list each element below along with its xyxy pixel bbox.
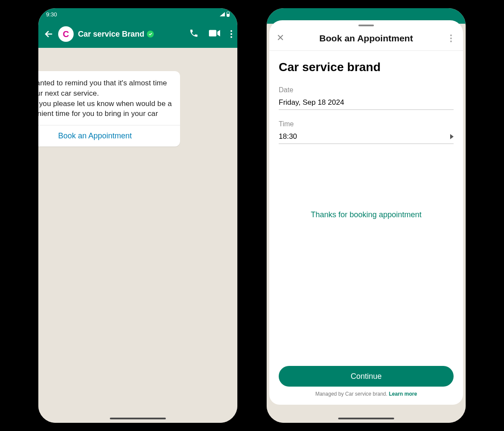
home-indicator	[338, 418, 394, 419]
verified-icon	[147, 31, 154, 37]
time-field: Time 18:30	[279, 120, 454, 144]
header-actions	[189, 28, 232, 40]
managed-by-text: Managed by Car service brand. Learn more	[279, 391, 454, 397]
book-appointment-button[interactable]: Book an Appointment	[37, 125, 172, 147]
message-bubble: We wanted to remind you that it's almost…	[37, 71, 180, 147]
message-text: We wanted to remind you that it's almost…	[37, 78, 172, 119]
continue-button[interactable]: Continue	[279, 366, 454, 387]
close-icon[interactable]	[276, 33, 286, 44]
booking-phone: Book an Appointment Car service brand Da…	[265, 6, 467, 425]
managed-by-prefix: Managed by Car service brand.	[315, 391, 389, 397]
avatar-letter: C	[63, 29, 69, 39]
learn-more-link[interactable]: Learn more	[389, 391, 417, 397]
sheet-handle[interactable]	[358, 25, 374, 26]
sheet-header: Book an Appointment	[269, 29, 463, 51]
time-label: Time	[279, 120, 454, 128]
svg-rect-0	[209, 30, 216, 36]
video-call-icon[interactable]	[209, 28, 220, 40]
date-field: Date Friday, Sep 18 2024	[279, 86, 454, 110]
booking-sheet: Book an Appointment Car service brand Da…	[269, 20, 463, 405]
chat-header: C Car service Brand	[38, 20, 237, 48]
signal-icon	[220, 12, 225, 16]
chat-body: We wanted to remind you that it's almost…	[38, 48, 237, 423]
sheet-footer: Continue Managed by Car service brand. L…	[269, 366, 463, 405]
time-value: 18:30	[279, 132, 297, 141]
status-bar: 9:30	[38, 8, 237, 20]
sheet-more-icon[interactable]	[446, 34, 456, 42]
more-icon[interactable]	[230, 30, 232, 38]
sheet-body: Car service brand Date Friday, Sep 18 20…	[269, 51, 463, 366]
voice-call-icon[interactable]	[189, 28, 199, 40]
chevron-right-icon	[450, 134, 454, 139]
confirmation-text: Thanks for booking appointment	[279, 210, 454, 219]
brand-title: Car service brand	[279, 60, 454, 74]
time-input-row[interactable]: 18:30	[279, 132, 454, 144]
date-value: Friday, Sep 18 2024	[279, 98, 344, 107]
chat-title: Car service Brand	[78, 30, 144, 39]
chat-phone: 9:30 C Car service Brand	[37, 6, 239, 425]
avatar[interactable]: C	[58, 26, 74, 42]
home-indicator	[110, 418, 166, 419]
sheet-title: Book an Appointment	[286, 33, 446, 44]
date-label: Date	[279, 86, 454, 94]
back-icon[interactable]	[44, 29, 54, 39]
date-input-row[interactable]: Friday, Sep 18 2024	[279, 98, 454, 110]
battery-icon	[227, 12, 230, 17]
status-time: 9:30	[46, 11, 57, 18]
chat-title-container[interactable]: Car service Brand	[78, 30, 185, 39]
status-icons	[220, 12, 230, 17]
